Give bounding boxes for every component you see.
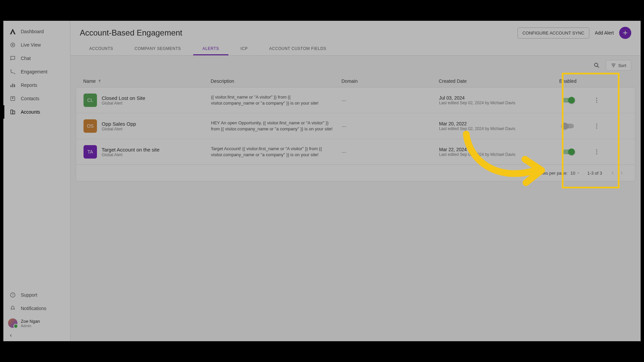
row-actions-button[interactable] (590, 149, 603, 155)
rows-per-page-label: Rows per page: (537, 171, 568, 176)
alert-domain: --- (342, 124, 439, 129)
column-header-description[interactable]: Description (211, 78, 341, 84)
alert-description: {{ visitor.first_name or "A visitor" }} … (211, 94, 342, 106)
alert-created-date: Mar 22, 2024 (439, 147, 546, 152)
arrow-up-icon (98, 79, 102, 83)
tab-company-segments[interactable]: COMPANY SEGMENTS (125, 43, 190, 55)
svg-point-13 (594, 63, 598, 66)
enabled-toggle[interactable] (562, 124, 574, 128)
user-name: Zoe Ngan (21, 319, 40, 324)
sidebar-item-support[interactable]: ? Support (3, 288, 70, 302)
row-actions-button[interactable] (590, 98, 603, 103)
chevron-down-icon (577, 171, 580, 175)
next-page-button[interactable] (618, 170, 625, 176)
svg-rect-4 (10, 85, 11, 87)
collapse-sidebar-button[interactable] (3, 331, 70, 341)
chevron-left-icon (9, 334, 13, 337)
column-header-domain[interactable]: Domain (341, 78, 439, 84)
sidebar-item-live-view[interactable]: Live View (3, 38, 70, 52)
table-row[interactable]: OS Opp Sales Opp Global Alert HEY An ope… (76, 113, 635, 139)
prev-page-button[interactable] (609, 170, 616, 176)
avatar (8, 318, 17, 328)
tab-alerts[interactable]: ALERTS (193, 43, 228, 55)
table-toolbar: Sort (70, 56, 641, 75)
table-body: CL Closed Lost on Site Global Alert {{ v… (76, 87, 635, 165)
sort-icon (611, 63, 616, 68)
svg-point-21 (596, 152, 597, 153)
svg-point-20 (596, 149, 597, 150)
search-button[interactable] (591, 60, 602, 71)
sidebar-item-engagement[interactable]: Engagement (3, 65, 70, 78)
add-alert-button[interactable] (619, 27, 631, 39)
sidebar-item-label: Engagement (21, 69, 47, 74)
configure-account-sync-button[interactable]: CONFIGURE ACCOUNT SYNC (518, 27, 590, 39)
sidebar-item-label: Dashboard (21, 29, 44, 34)
tab-account-custom-fields[interactable]: ACCOUNT CUSTOM FIELDS (260, 43, 336, 55)
alert-domain: --- (342, 149, 439, 155)
pagination: Rows per page: 10 1-3 of 3 (76, 165, 635, 181)
bar-chart-icon (9, 82, 16, 88)
enabled-toggle[interactable] (562, 98, 574, 103)
plus-icon (622, 30, 628, 36)
sidebar-item-contacts[interactable]: Contacts (3, 92, 70, 105)
svg-point-14 (596, 98, 597, 99)
sidebar-item-label: Chat (21, 56, 31, 61)
chevron-left-icon (611, 171, 615, 175)
column-header-enabled[interactable]: Enabled (546, 78, 590, 84)
sidebar-item-dashboard[interactable]: Dashboard (3, 25, 70, 38)
alert-created-date: Jul 03, 2024 (439, 95, 546, 101)
sidebar: Dashboard Live View Chat Engagement Repo… (3, 21, 70, 341)
alert-description: Target Account! {{ visitor.first_name or… (211, 146, 342, 158)
tab-accounts[interactable]: ACCOUNTS (80, 43, 122, 55)
table-header-row: Name Description Domain Created Date Ena… (76, 75, 635, 87)
chat-icon (9, 55, 16, 62)
search-icon (593, 62, 600, 69)
bell-icon (9, 305, 16, 312)
page-title: Account-Based Engagement (80, 28, 182, 38)
column-header-created[interactable]: Created Date (439, 78, 546, 84)
alert-edited-meta: Last edited Sep 02, 2024 by Michael Davi… (439, 101, 546, 105)
user-role: Admin (21, 324, 40, 328)
more-vert-icon (596, 149, 597, 155)
svg-point-15 (596, 100, 597, 101)
user-profile[interactable]: Zoe Ngan Admin (3, 315, 70, 331)
svg-point-19 (596, 128, 597, 129)
more-vert-icon (596, 98, 597, 103)
sidebar-item-reports[interactable]: Reports (3, 78, 70, 92)
main-content: Account-Based Engagement CONFIGURE ACCOU… (70, 21, 641, 341)
sidebar-item-label: Accounts (21, 109, 40, 115)
page-range: 1-3 of 3 (587, 171, 602, 176)
route-icon (9, 68, 16, 75)
page-header: Account-Based Engagement CONFIGURE ACCOU… (70, 21, 641, 56)
sidebar-item-accounts[interactable]: Accounts (3, 105, 70, 119)
sidebar-item-label: Notifications (21, 306, 46, 311)
tab-icp[interactable]: ICP (231, 43, 257, 55)
contacts-icon (9, 95, 16, 102)
column-header-name[interactable]: Name (83, 78, 211, 84)
alert-name: Closed Lost on Site (102, 95, 145, 101)
building-icon (9, 109, 16, 115)
rows-per-page-select[interactable]: 10 (570, 171, 580, 176)
row-actions-button[interactable] (590, 123, 603, 129)
sort-button[interactable]: Sort (606, 60, 631, 71)
sidebar-item-notifications[interactable]: Notifications (3, 302, 70, 315)
table-row[interactable]: TA Target Account on the site Global Ale… (76, 139, 635, 165)
more-vert-icon (596, 123, 597, 129)
svg-point-22 (596, 154, 597, 155)
enabled-toggle[interactable] (562, 149, 574, 154)
tabs: ACCOUNTS COMPANY SEGMENTS ALERTS ICP ACC… (80, 43, 631, 55)
alert-domain: --- (342, 98, 439, 103)
svg-point-8 (12, 97, 14, 99)
alert-name: Opp Sales Opp (102, 121, 136, 127)
sidebar-item-label: Reports (21, 82, 37, 88)
svg-rect-10 (13, 111, 15, 114)
sidebar-item-chat[interactable]: Chat (3, 52, 70, 65)
svg-point-16 (596, 102, 597, 103)
alert-subtitle: Global Alert (102, 153, 160, 157)
table-row[interactable]: CL Closed Lost on Site Global Alert {{ v… (76, 87, 635, 113)
sidebar-item-label: Contacts (21, 96, 39, 101)
svg-point-3 (14, 73, 15, 74)
alert-edited-meta: Last edited Sep 02, 2024 by Michael Davi… (439, 126, 546, 131)
svg-point-18 (596, 126, 597, 127)
sidebar-item-label: Support (21, 292, 37, 298)
